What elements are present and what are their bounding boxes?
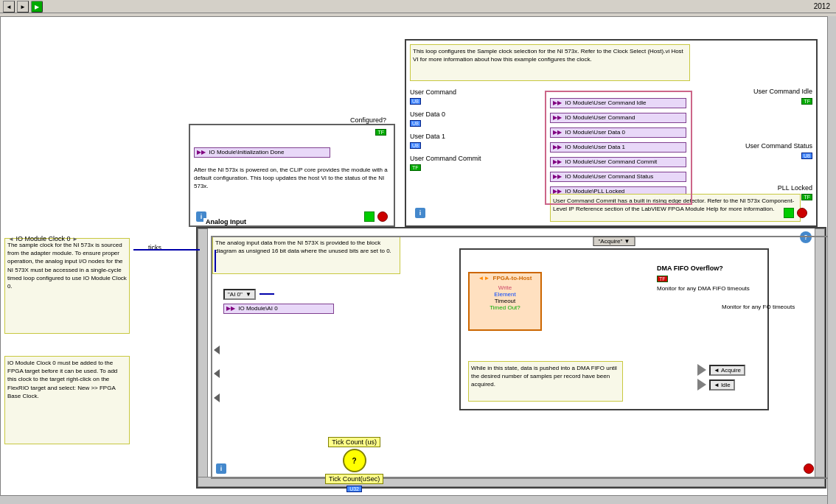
- dma-timeout: Timeout: [471, 298, 539, 304]
- state-buttons: ◄ Acquire ◄ Idle: [697, 364, 745, 391]
- tick-count-icon[interactable]: ?: [343, 449, 366, 472]
- u32-indicator: U32: [346, 486, 362, 492]
- clock-config-loop: This loop configures the Sample clock se…: [405, 39, 818, 227]
- dma-monitor-text: Monitor for any DMA FIFO timeouts: [657, 285, 760, 293]
- user-data0-label: User Data 0: [410, 111, 445, 118]
- green-indicator-top: [784, 208, 794, 218]
- case-tab[interactable]: "Acquire" ▼: [593, 237, 635, 246]
- analog-input-label: Analog Input: [203, 218, 248, 225]
- u8-ctrl-3[interactable]: U8: [410, 142, 421, 149]
- tf-out-2: TF: [801, 194, 812, 200]
- user-cmd-status-out: User Command Status: [745, 142, 812, 150]
- configured-label: Configured?: [349, 116, 388, 124]
- clock-wire-h: [133, 249, 200, 251]
- pll-locked-out: PLL Locked: [778, 184, 812, 192]
- dma-tf-indicator: TF: [657, 276, 668, 282]
- left-comment-1: The sample clock for the NI 573x is sour…: [4, 238, 130, 334]
- dma-label: ◄► FPGA-to-Host: [471, 275, 539, 281]
- wire-v-1: [215, 250, 216, 272]
- ai-dropdown[interactable]: "AI 0" ▼: [223, 289, 256, 300]
- fo-timeout-text: Monitor for any FO timeouts: [722, 304, 810, 311]
- fo-timeout-area: Monitor for any FO timeouts: [722, 304, 810, 311]
- run-button[interactable]: ▶: [31, 1, 43, 13]
- user-cmd-idle-out: User Command Idle: [753, 88, 812, 95]
- dma-timedout: Timed Out?: [471, 304, 539, 311]
- acquire-btn[interactable]: ◄ Acquire: [709, 365, 745, 376]
- dma-write: Write: [471, 284, 539, 291]
- stop-button-top[interactable]: [797, 208, 807, 218]
- dma-overflow-label: DMA FIFO Overflow?: [657, 265, 760, 272]
- u8-out-1: U8: [801, 153, 812, 159]
- tf-ctrl-1[interactable]: TF: [410, 164, 421, 171]
- stop-button-init[interactable]: [377, 211, 388, 222]
- init-loop: Configured? TF ▶▶ IO Module\Initializati…: [189, 124, 395, 227]
- init-comment: After the NI 573x is powered on, the CLI…: [194, 166, 390, 207]
- acquire-row: ◄ Acquire: [697, 364, 745, 376]
- scrollbar-v-left[interactable]: [198, 228, 208, 487]
- info-icon-top[interactable]: i: [415, 208, 425, 218]
- u8-ctrl-1[interactable]: U8: [410, 98, 421, 105]
- clock-config-comment: This loop configures the Sample clock se…: [410, 44, 690, 81]
- tf-configured: TF: [375, 129, 386, 136]
- merge-triangle: [697, 364, 706, 376]
- io-clock-label: ◄ IO Module Clock 0 ►: [8, 235, 78, 242]
- green-sq-init: [364, 211, 375, 222]
- u8-ctrl-2[interactable]: U8: [410, 120, 421, 127]
- toolbar: ◄ ► ▶: [0, 0, 46, 13]
- tf-out-1: TF: [801, 98, 812, 105]
- back-button[interactable]: ◄: [3, 1, 15, 13]
- dma-block: ◄► FPGA-to-Host Write Element Timeout Ti…: [468, 272, 542, 331]
- stop-button-analog[interactable]: [804, 463, 814, 474]
- main-scrollbar-v[interactable]: [827, 16, 836, 504]
- left-comment-2: IO Module Clock 0 must be added to the F…: [4, 356, 130, 444]
- dma-overflow-area: DMA FIFO Overflow? TF Monitor for any DM…: [657, 265, 760, 293]
- timed-loop: "AI 0" ▼ ▶▶ IO Module\AI 0 "Acquire" ▼: [211, 236, 830, 479]
- user-cmd-commit-label: User Command Commit: [410, 155, 481, 162]
- scroll-left-2[interactable]: [214, 369, 220, 378]
- io-ai0: ▶▶ IO Module\AI 0: [223, 304, 334, 314]
- scroll-left-1[interactable]: [214, 346, 220, 354]
- case-structure: "Acquire" ▼ ◄► FPGA-to-Host Write Elemen…: [459, 248, 769, 410]
- diagram-area: This loop configures the Sample clock se…: [0, 16, 836, 504]
- info-icon-analog[interactable]: i: [216, 463, 226, 474]
- dma-element: Element: [471, 291, 539, 298]
- idle-row: ◄ Idle: [697, 379, 745, 391]
- merge-triangle-2: [697, 379, 706, 391]
- tick-count-sub: Tick Count(uSec): [325, 474, 383, 484]
- forward-button[interactable]: ►: [17, 1, 29, 13]
- year-label: 2012: [814, 2, 830, 10]
- tick-count-label: Tick Count (us): [328, 437, 380, 447]
- title-bar: ◄ ► ▶ 2012: [0, 0, 836, 13]
- scroll-left-3[interactable]: [214, 393, 220, 402]
- io-init-done: ▶▶ IO Module\Initialization Done: [194, 147, 330, 158]
- while-comment: While in this state, data is pushed into…: [468, 361, 623, 402]
- ai-select-area: "AI 0" ▼: [223, 289, 276, 300]
- analog-input-section: Analog Input ? The analog input data fro…: [196, 227, 826, 489]
- user-command-label: User Command: [410, 88, 456, 96]
- io-pink-border: [545, 91, 692, 205]
- tick-count-area: Tick Count (us) ? Tick Count(uSec) U32: [325, 437, 383, 492]
- main-scrollbar-h[interactable]: [0, 495, 827, 504]
- idle-btn[interactable]: ◄ Idle: [709, 379, 735, 391]
- user-data1-label: User Data 1: [410, 133, 445, 140]
